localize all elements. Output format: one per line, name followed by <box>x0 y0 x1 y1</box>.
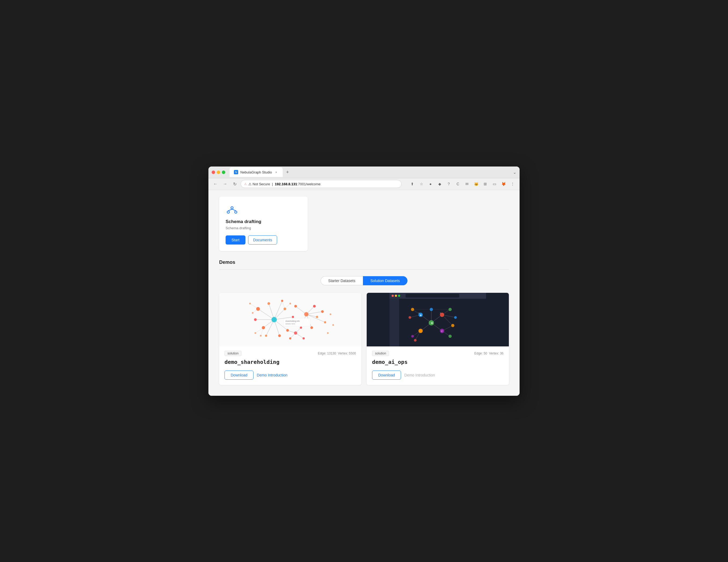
svg-point-55 <box>289 337 291 339</box>
minimize-window-button[interactable] <box>217 171 220 174</box>
share-icon[interactable]: ⬆ <box>409 180 416 188</box>
demo-intro-button-aiops: Demo Introduction <box>404 371 435 379</box>
svg-point-41 <box>286 329 289 332</box>
demo-stats-aiops: Edge: 50 Vertex: 36 <box>474 351 503 355</box>
svg-point-99 <box>409 316 411 319</box>
svg-text:●: ● <box>440 312 441 314</box>
svg-point-50 <box>316 316 318 318</box>
svg-point-59 <box>255 332 256 334</box>
svg-point-71 <box>398 295 400 297</box>
url-path: :7001/welcome <box>297 182 321 186</box>
maximize-window-button[interactable] <box>222 171 225 174</box>
menu-icon[interactable]: ⋮ <box>509 180 516 188</box>
demo-card-aiops-image: 🖥 ◉ P <box>367 293 509 346</box>
demo-tag-aiops: solution <box>372 351 389 356</box>
svg-point-39 <box>262 326 265 329</box>
url-host: 192.168.8.131 <box>275 182 297 186</box>
svg-point-53 <box>321 310 324 313</box>
svg-point-36 <box>304 312 308 316</box>
solution-datasets-button[interactable]: Solution Datasets <box>363 276 408 285</box>
svg-line-4 <box>232 209 236 211</box>
demo-intro-button-shareholding[interactable]: Demo Introduction <box>257 371 287 379</box>
svg-rect-72 <box>406 294 459 297</box>
svg-point-63 <box>332 324 334 326</box>
starter-datasets-button[interactable]: Starter Datasets <box>321 276 363 285</box>
svg-point-102 <box>451 324 454 327</box>
demo-card-shareholding-image: shareholding info details here <box>219 293 361 346</box>
extension-icon-1[interactable]: ● <box>427 180 434 188</box>
start-button[interactable]: Start <box>226 236 245 245</box>
extension-icon-6[interactable]: 🐱 <box>472 180 480 188</box>
address-actions: ⬆ ☆ ● ◆ ? C ✉ 🐱 ⊞ ▭ 🦊 ⋮ <box>409 180 516 188</box>
svg-text:shareholding info: shareholding info <box>285 320 300 322</box>
tab-area: N NebulaGraph Studio × + <box>230 167 511 177</box>
download-button-shareholding[interactable]: Download <box>225 370 253 380</box>
svg-point-37 <box>294 331 297 334</box>
svg-point-40 <box>284 307 286 310</box>
svg-point-35 <box>271 317 277 322</box>
svg-point-52 <box>300 326 302 329</box>
back-button[interactable]: ← <box>212 180 219 188</box>
svg-text:P: P <box>441 330 443 332</box>
forward-button[interactable]: → <box>221 180 229 188</box>
demo-card-shareholding-body: solution Edge: 13130 Vertex: 5500 demo_s… <box>219 346 361 385</box>
documents-button[interactable]: Documents <box>248 236 277 245</box>
extension-icon-3[interactable]: ? <box>445 180 453 188</box>
svg-text:●: ● <box>418 312 420 314</box>
svg-point-44 <box>281 300 283 302</box>
svg-point-49 <box>313 305 316 307</box>
page-content: Schema drafting Schema drafting Start Do… <box>208 190 520 396</box>
demo-card-shareholding: shareholding info details here solution … <box>219 293 361 385</box>
sidebar-icon[interactable]: ▭ <box>491 180 498 188</box>
demo-card-aiops-body: solution Edge: 50 Vertex: 36 demo_ai_ops… <box>367 346 509 385</box>
tab-close-button[interactable]: × <box>274 170 278 174</box>
svg-point-62 <box>330 313 331 315</box>
refresh-button[interactable]: ↻ <box>231 180 238 188</box>
demo-card-shareholding-meta: solution Edge: 13130 Vertex: 5500 <box>225 351 356 356</box>
extension-icon-8[interactable]: 🦊 <box>500 180 507 188</box>
svg-point-104 <box>414 339 417 341</box>
extension-icon-4[interactable]: C <box>454 180 462 188</box>
demo-card-aiops: 🖥 ◉ P <box>367 293 509 385</box>
svg-point-6 <box>235 211 237 213</box>
tab-favicon: N <box>234 170 238 174</box>
dataset-toggle: Starter Datasets Solution Datasets <box>219 276 509 285</box>
active-tab[interactable]: N NebulaGraph Studio × <box>230 167 283 177</box>
extension-icon-7[interactable]: ⊞ <box>481 180 489 188</box>
close-window-button[interactable] <box>212 171 215 174</box>
new-tab-button[interactable]: + <box>284 168 291 176</box>
svg-point-105 <box>448 334 452 338</box>
schema-card-actions: Start Documents <box>226 236 301 245</box>
svg-point-61 <box>289 303 291 304</box>
svg-point-103 <box>411 335 414 337</box>
svg-point-7 <box>231 207 233 209</box>
browser-window: N NebulaGraph Studio × + ⌄ ← → ↻ ⚠ ⚠ Not… <box>208 167 520 396</box>
download-button-aiops[interactable]: Download <box>372 370 401 380</box>
svg-point-51 <box>310 326 313 329</box>
svg-line-8 <box>258 309 274 319</box>
schema-card-title: Schema drafting <box>226 219 301 225</box>
address-bar: ← → ↻ ⚠ ⚠ Not Secure | 192.168.8.131:700… <box>208 178 520 190</box>
bookmark-icon[interactable]: ☆ <box>418 180 425 188</box>
svg-rect-73 <box>389 299 399 346</box>
svg-point-48 <box>294 305 297 307</box>
svg-text:details here: details here <box>285 323 295 325</box>
traffic-lights <box>212 171 225 174</box>
svg-line-17 <box>266 319 274 336</box>
svg-point-98 <box>411 308 414 311</box>
url-field[interactable]: ⚠ ⚠ Not Secure | 192.168.8.131:7001/welc… <box>241 180 402 188</box>
title-bar: N NebulaGraph Studio × + ⌄ <box>208 167 520 178</box>
svg-point-57 <box>249 303 251 304</box>
svg-rect-65 <box>284 318 310 326</box>
extension-icon-5[interactable]: ✉ <box>463 180 471 188</box>
schema-card-description: Schema drafting <box>226 226 301 230</box>
svg-point-5 <box>227 211 229 213</box>
security-warning-icon: ⚠ <box>244 182 247 186</box>
svg-line-3 <box>228 209 232 211</box>
tab-title: NebulaGraph Studio <box>240 170 272 174</box>
svg-text:◉: ◉ <box>420 314 422 316</box>
svg-point-60 <box>260 335 262 336</box>
extension-icon-2[interactable]: ◆ <box>436 180 443 188</box>
svg-point-45 <box>292 316 294 318</box>
demos-section: Demos Starter Datasets Solution Datasets <box>219 260 509 385</box>
